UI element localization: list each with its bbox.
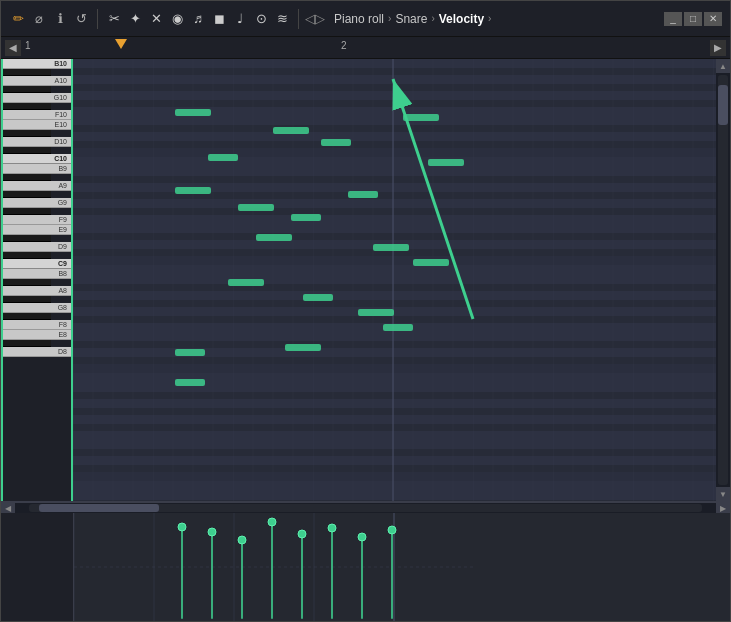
note[interactable] — [175, 349, 205, 356]
piano-key-ab9[interactable] — [3, 191, 51, 198]
note[interactable] — [273, 127, 309, 134]
piano-key-d8[interactable]: D8 — [3, 347, 71, 357]
piano-keyboard[interactable]: B10 A10 G10 F10 E10 D10 C10 B9 A9 G9 F9 … — [1, 59, 73, 501]
piano-key-b8[interactable]: B8 — [3, 269, 71, 279]
note[interactable] — [403, 114, 439, 121]
velocity-grid[interactable] — [73, 513, 730, 621]
note[interactable] — [256, 234, 292, 241]
piano-key-gb8[interactable] — [3, 313, 51, 320]
note[interactable] — [413, 259, 449, 266]
velocity-dot-3[interactable] — [238, 536, 246, 544]
metronome-icon[interactable]: ♩ — [231, 10, 249, 28]
piano-key-eb8[interactable] — [3, 340, 51, 347]
piano-key-bb9[interactable] — [3, 174, 51, 181]
speaker-icon[interactable]: ♬ — [189, 10, 207, 28]
info-icon[interactable]: ℹ — [51, 10, 69, 28]
pencil-icon[interactable]: ✏ — [9, 10, 27, 28]
magnet-icon[interactable]: ⌀ — [30, 10, 48, 28]
note[interactable] — [238, 204, 274, 211]
close-button[interactable]: ✕ — [704, 12, 722, 26]
piano-key-a8[interactable]: A8 — [3, 286, 71, 296]
piano-key-d9[interactable]: D9 — [3, 242, 71, 252]
piano-key-eb9[interactable] — [3, 235, 51, 242]
scroll-right-h-button[interactable]: ▶ — [716, 503, 730, 513]
minimize-button[interactable]: _ — [664, 12, 682, 26]
piano-key-f8[interactable]: F8 — [3, 320, 71, 330]
piano-key-b10[interactable]: B10 — [3, 59, 71, 69]
wave-icon[interactable]: ≋ — [273, 10, 291, 28]
window-controls: _ □ ✕ — [664, 12, 722, 26]
piano-key-ab10[interactable] — [3, 86, 51, 93]
note[interactable] — [373, 244, 409, 251]
note[interactable] — [175, 109, 211, 116]
velocity-dot-5[interactable] — [298, 530, 306, 538]
scissors-icon[interactable]: ✂ — [105, 10, 123, 28]
close-sm-icon[interactable]: ✕ — [147, 10, 165, 28]
scroll-right-button[interactable]: ▶ — [710, 40, 726, 56]
piano-key-db10[interactable] — [3, 147, 51, 154]
piano-key-eb10[interactable] — [3, 130, 51, 137]
zoom-icon[interactable]: ⊙ — [252, 10, 270, 28]
piano-key-ab8[interactable] — [3, 296, 51, 303]
note[interactable] — [321, 139, 351, 146]
piano-key-a10[interactable]: A10 — [3, 76, 71, 86]
maximize-button[interactable]: □ — [684, 12, 702, 26]
piano-key-bb10[interactable] — [3, 69, 51, 76]
wand-icon[interactable]: ✦ — [126, 10, 144, 28]
note-grid-svg — [73, 59, 716, 501]
scroll-left-h-button[interactable]: ◀ — [1, 503, 15, 513]
horizontal-scrollbar[interactable]: ◀ ▶ — [1, 503, 730, 513]
scroll-down-button[interactable]: ▼ — [716, 487, 730, 501]
velocity-dot-4[interactable] — [268, 518, 276, 526]
velocity-dot-7[interactable] — [358, 533, 366, 541]
note[interactable] — [175, 187, 211, 194]
velocity-dot-8[interactable] — [388, 526, 396, 534]
speaker2-icon[interactable]: ◁▷ — [306, 10, 324, 28]
piano-key-f9[interactable]: F9 — [3, 215, 71, 225]
note[interactable] — [285, 344, 321, 351]
note[interactable] — [303, 294, 333, 301]
note[interactable] — [228, 279, 264, 286]
piano-key-bb8[interactable] — [3, 279, 51, 286]
piano-key-f10[interactable]: F10 — [3, 110, 71, 120]
record-icon[interactable]: ◼ — [210, 10, 228, 28]
piano-key-d10[interactable]: D10 — [3, 137, 71, 147]
piano-key-c10[interactable]: C10 — [3, 154, 71, 164]
piano-key-b9[interactable]: B9 — [3, 164, 71, 174]
piano-key-gb9[interactable] — [3, 208, 51, 215]
note-grid-container[interactable] — [73, 59, 716, 501]
note[interactable] — [208, 154, 238, 161]
velocity-dot-1[interactable] — [178, 523, 186, 531]
grid-and-scroll: ▲ ▼ — [73, 59, 730, 501]
note[interactable] — [348, 191, 378, 198]
note[interactable] — [175, 379, 205, 386]
scroll-thumb-v[interactable] — [718, 85, 728, 125]
title-part-velocity: Velocity — [439, 12, 484, 26]
piano-key-gb10[interactable] — [3, 103, 51, 110]
piano-key-e8[interactable]: E8 — [3, 330, 71, 340]
note[interactable] — [291, 214, 321, 221]
h-scroll-thumb[interactable] — [39, 504, 159, 512]
piano-key-g8[interactable]: G8 — [3, 303, 71, 313]
piano-key-g9[interactable]: G9 — [3, 198, 71, 208]
svg-rect-17 — [73, 59, 716, 501]
note[interactable] — [383, 324, 413, 331]
velocity-dot-2[interactable] — [208, 528, 216, 536]
note[interactable] — [428, 159, 464, 166]
mute-icon[interactable]: ◉ — [168, 10, 186, 28]
vertical-scrollbar[interactable]: ▲ ▼ — [716, 59, 730, 501]
loop-icon[interactable]: ↺ — [72, 10, 90, 28]
piano-key-db9[interactable] — [3, 252, 51, 259]
scroll-up-button[interactable]: ▲ — [716, 59, 730, 73]
toolbar-icons: ✏ ⌀ ℹ ↺ ✂ ✦ ✕ ◉ ♬ ◼ ♩ ⊙ ≋ ◁▷ — [9, 9, 324, 29]
scroll-left-button[interactable]: ◀ — [5, 40, 21, 56]
piano-key-g10[interactable]: G10 — [3, 93, 71, 103]
velocity-dot-6[interactable] — [328, 524, 336, 532]
title-sep-3: › — [488, 13, 491, 24]
piano-key-e9[interactable]: E9 — [3, 225, 71, 235]
piano-key-e10[interactable]: E10 — [3, 120, 71, 130]
ruler: 1 2 — [21, 37, 710, 58]
note[interactable] — [358, 309, 394, 316]
piano-key-c9[interactable]: C9 — [3, 259, 71, 269]
piano-key-a9[interactable]: A9 — [3, 181, 71, 191]
